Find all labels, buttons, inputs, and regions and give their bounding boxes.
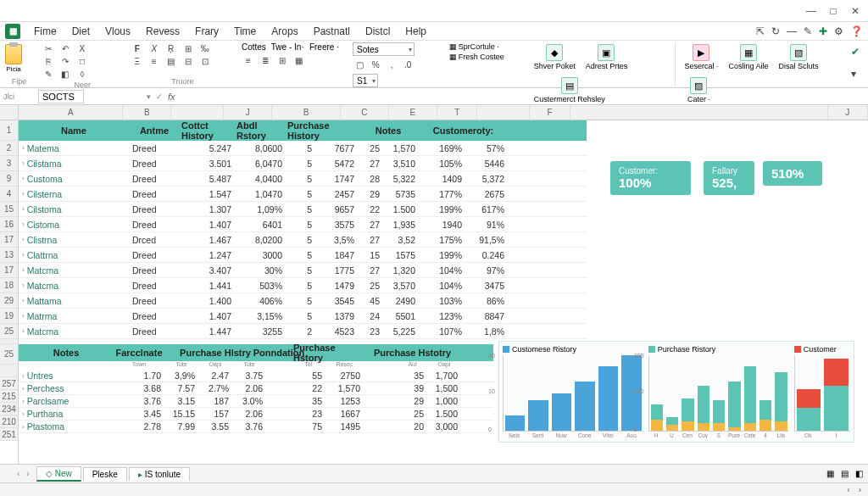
- scroll-left-icon[interactable]: ‹: [847, 485, 849, 494]
- ribbon-cmd[interactable]: Cottes: [242, 42, 266, 52]
- window-close[interactable]: ✕: [849, 5, 861, 17]
- btn[interactable]: ▢: [353, 59, 366, 70]
- paste-button[interactable]: Picia: [3, 42, 24, 75]
- bold-button[interactable]: F: [131, 42, 144, 54]
- ribbon-icon[interactable]: ⇱: [756, 25, 765, 37]
- sheet-tab-pleske[interactable]: Pleske: [83, 467, 127, 481]
- ribbon-cmd[interactable]: Twe - In·: [271, 42, 303, 52]
- check-icon[interactable]: ✔: [851, 46, 860, 58]
- table-row[interactable]: ›MatcmaDreed1.447325524523235,225107%1,8…: [19, 324, 587, 339]
- ribbon-bigbtn[interactable]: ▣Adrest Prtes: [582, 42, 632, 72]
- table-row[interactable]: ›Untres1.703,9%2.473.75552750351,700: [19, 370, 493, 382]
- table-row[interactable]: ›Purthana3.4515.151572.06231667251.500: [19, 408, 493, 421]
- table-row[interactable]: ›MatemaDreed5.2478,060057677251,570169%5…: [19, 141, 587, 156]
- ribbon-icon[interactable]: ↻: [771, 25, 780, 37]
- cut-icon[interactable]: ✂: [42, 42, 55, 54]
- btn[interactable]: □: [75, 55, 89, 67]
- table-row[interactable]: ›MatcmaDreed1.441503%51479253,570104%347…: [19, 278, 587, 293]
- spreadsheet-grid[interactable]: 1 2394151617131718291925 25 257215234210…: [0, 105, 868, 464]
- btn[interactable]: Ŗ: [164, 42, 178, 54]
- menu-frary[interactable]: Frary: [188, 24, 225, 39]
- table-row[interactable]: ›CilsternaDreed1.5471,047052457295735177…: [19, 187, 587, 202]
- window-maximize[interactable]: □: [827, 5, 839, 17]
- menu-pastnatl[interactable]: Pastnatl: [307, 24, 357, 39]
- ribbon-icon[interactable]: ✚: [819, 25, 827, 37]
- sheet-tab-new[interactable]: ◇New: [36, 466, 81, 482]
- table-row[interactable]: ›Parclsame3.763.151873.0%351253291,000: [19, 395, 493, 408]
- redo-icon[interactable]: ↷: [58, 55, 72, 67]
- ribbon-icon[interactable]: ✎: [804, 25, 812, 37]
- btn[interactable]: %: [369, 59, 382, 70]
- btn[interactable]: ⊟: [181, 55, 195, 67]
- menu-distcl[interactable]: Distcl: [359, 24, 397, 39]
- name-box[interactable]: SOCTS: [38, 90, 84, 103]
- help-icon[interactable]: ❓: [850, 25, 863, 37]
- btn[interactable]: ◊: [75, 68, 89, 80]
- ribbon-bigbtn[interactable]: ▤Custermerct Rehsley: [531, 75, 609, 105]
- align-left-icon[interactable]: ≡: [242, 54, 255, 66]
- table-row[interactable]: ›Perchess3.687.572.7%2.06221,570391,500: [19, 382, 493, 395]
- chevron-down-icon[interactable]: ▾: [851, 68, 860, 80]
- menu-time[interactable]: Time: [227, 24, 263, 39]
- table-row[interactable]: ›MatrmaDreed1.4073,15%51379245501123%884…: [19, 309, 587, 324]
- undo-icon[interactable]: ↶: [58, 42, 72, 54]
- btn[interactable]: ▤: [164, 55, 178, 67]
- menu-fime[interactable]: Fime: [27, 24, 64, 39]
- copy-icon[interactable]: ⎘: [42, 55, 55, 67]
- italic-button[interactable]: X: [147, 42, 161, 54]
- font-name-combo[interactable]: Sotes: [353, 42, 415, 56]
- ribbon-icon[interactable]: —: [787, 25, 797, 37]
- view-icon[interactable]: ▤: [841, 469, 849, 478]
- menu-help[interactable]: Help: [398, 24, 433, 39]
- paint-icon[interactable]: ✎: [42, 68, 55, 80]
- ribbon-bigbtn[interactable]: ▦Cosling Aile: [725, 42, 771, 72]
- gear-icon[interactable]: ⚙: [834, 25, 843, 37]
- btn[interactable]: .0: [401, 59, 415, 70]
- ribbon-cmd[interactable]: ▦ SprCortule ·: [449, 42, 504, 51]
- menu-revess[interactable]: Revess: [139, 24, 186, 39]
- select-all-corner[interactable]: [0, 105, 18, 120]
- view-icon[interactable]: ▦: [826, 469, 834, 478]
- kpi-value: 525,: [712, 176, 746, 190]
- sheet-nav-next[interactable]: ›: [26, 469, 29, 478]
- align-center-icon[interactable]: ≣: [259, 54, 272, 66]
- ribbon-cmd[interactable]: Freere ·: [309, 42, 339, 52]
- ribbon-bigbtn[interactable]: ▨Cater ·: [681, 75, 716, 105]
- ribbon-bigbtn[interactable]: ▧Disal Scluts: [775, 42, 821, 72]
- table-row[interactable]: ›ClattrnaDreed1.247300051847151575199%0.…: [19, 248, 587, 263]
- btn[interactable]: ◧: [58, 68, 72, 80]
- menu-arops[interactable]: Arops: [264, 24, 304, 39]
- sheet-nav-prev[interactable]: ‹: [17, 469, 19, 478]
- btn[interactable]: ≡: [147, 55, 161, 67]
- menu-vlous[interactable]: Vlous: [98, 24, 137, 39]
- btn[interactable]: X: [75, 42, 89, 54]
- scroll-right-icon[interactable]: ›: [859, 485, 861, 494]
- btn[interactable]: ⊡: [198, 55, 212, 67]
- btn[interactable]: ⊞: [275, 54, 289, 66]
- table-row[interactable]: ›ClistrnaDrced1.4678,020053,5%273,52175%…: [19, 232, 587, 248]
- kpi-title: Customer:: [619, 166, 682, 176]
- sheet-tab-tonlute[interactable]: ▸IS tonlute: [129, 467, 190, 481]
- ribbon-bigbtn[interactable]: ◆Shver Poket: [531, 42, 579, 72]
- chart-title: Customer: [804, 345, 837, 354]
- ribbon-cmd[interactable]: ▦ Fresh Costee: [449, 53, 504, 61]
- table-row[interactable]: ›Ptastoma2.787.993.553.76751495203,000: [19, 421, 493, 433]
- table-row[interactable]: ›CustomaDreed5.4874,040051747285,3221409…: [19, 171, 587, 187]
- btn[interactable]: ⊞: [181, 42, 195, 54]
- btn[interactable]: ▦: [292, 54, 306, 66]
- table-row[interactable]: ›MatcmaDreed3.40730%51775271,320104%97%: [19, 263, 587, 278]
- font-size-combo[interactable]: S1: [353, 74, 378, 87]
- table-row[interactable]: ›CilstomaDreed1.3071,09%59657221.500199%…: [19, 202, 587, 217]
- ribbon-bigbtn[interactable]: ▶Sesercal ·: [681, 42, 721, 72]
- chart-customer: Customer OkI: [794, 345, 850, 438]
- btn[interactable]: ,: [385, 59, 398, 70]
- table-row[interactable]: ›MattamaDreed1.400406%53545452490103%86%: [19, 293, 587, 309]
- btn[interactable]: ‰: [198, 42, 212, 54]
- table-row[interactable]: ›CilstamaDreed3.5016,047055472273,510105…: [19, 156, 587, 171]
- window-minimize[interactable]: —: [805, 5, 817, 17]
- view-icon[interactable]: ◧: [855, 469, 863, 478]
- fx-label[interactable]: fx: [168, 92, 175, 102]
- menu-diet[interactable]: Diet: [65, 24, 97, 39]
- table-row[interactable]: ›CistomaDreed1.407640153575271,935194091…: [19, 217, 587, 232]
- btn[interactable]: Ξ: [131, 55, 144, 67]
